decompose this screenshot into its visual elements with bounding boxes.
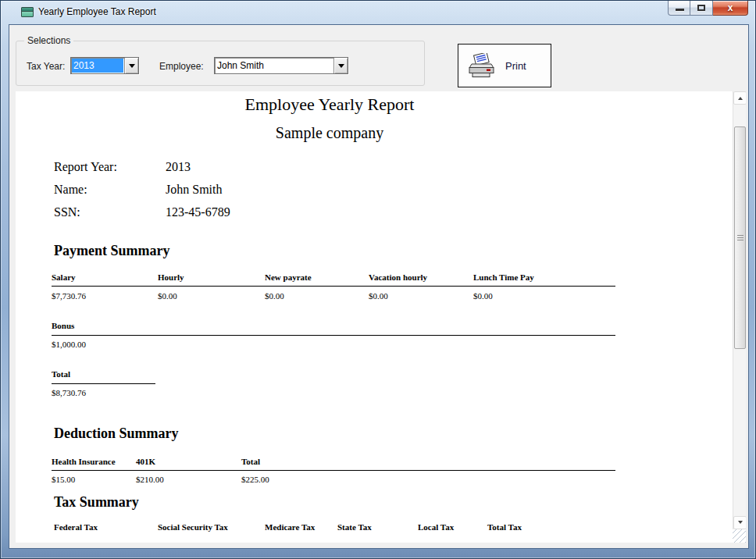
- bonus-header: Bonus: [52, 321, 74, 330]
- tax-year-combobox[interactable]: 2013: [70, 57, 139, 74]
- employee-dropdown-button[interactable]: [333, 58, 348, 73]
- table-rule: [52, 470, 615, 471]
- column-header-hourly: Hourly: [158, 272, 184, 282]
- column-header-medicare-tax: Medicare Tax: [265, 522, 315, 532]
- app-window: Yearly Employee Tax Report x Selections …: [0, 0, 756, 559]
- tax-year-dropdown-button[interactable]: [124, 58, 138, 73]
- hourly-value: $0.00: [158, 291, 177, 301]
- column-header-local-tax: Local Tax: [418, 522, 454, 532]
- report-title: Employee Yearly Report: [16, 94, 644, 115]
- employee-value: John Smith: [215, 58, 333, 73]
- maximize-icon: [697, 5, 705, 11]
- report-page: Employee Yearly Report Sample company Re…: [16, 91, 746, 543]
- report-year-value: 2013: [166, 160, 191, 174]
- total-value: $8,730.76: [52, 388, 86, 397]
- printer-icon: [468, 53, 496, 78]
- employee-label: Employee:: [159, 61, 204, 72]
- report-company: Sample company: [16, 124, 644, 142]
- vacation-hourly-value: $0.00: [369, 291, 388, 301]
- column-header-deduction-total: Total: [241, 457, 260, 466]
- column-header-federal-tax: Federal Tax: [54, 522, 98, 532]
- tax-summary-heading: Tax Summary: [54, 494, 139, 511]
- ssn-label: SSN:: [54, 205, 80, 219]
- report-year-label: Report Year:: [54, 160, 117, 174]
- chevron-down-icon: [338, 64, 344, 71]
- table-rule: [52, 286, 615, 287]
- scroll-down-icon: [738, 521, 743, 526]
- scroll-up-icon: [738, 94, 743, 100]
- employee-combobox[interactable]: John Smith: [214, 57, 348, 74]
- tax-year-value: 2013: [72, 59, 123, 73]
- deduction-summary-heading: Deduction Summary: [54, 425, 179, 442]
- column-header-new-payrate: New payrate: [265, 272, 312, 282]
- caption-buttons: x: [668, 1, 748, 16]
- name-value: John Smith: [166, 183, 222, 197]
- close-button[interactable]: x: [713, 1, 748, 16]
- total-header: Total: [52, 369, 70, 379]
- resize-grip-icon[interactable]: [733, 529, 746, 543]
- health-insurance-value: $15.00: [52, 475, 75, 484]
- selections-legend: Selections: [24, 35, 73, 46]
- window-title: Yearly Employee Tax Report: [38, 6, 156, 17]
- maximize-button[interactable]: [690, 1, 713, 16]
- title-bar[interactable]: Yearly Employee Tax Report x: [1, 1, 755, 24]
- scroll-up-button[interactable]: [733, 91, 746, 105]
- report-viewer[interactable]: Employee Yearly Report Sample company Re…: [16, 91, 746, 543]
- table-rule: [52, 383, 155, 384]
- column-header-salary: Salary: [52, 272, 76, 282]
- new-payrate-value: $0.00: [265, 291, 284, 301]
- scrollbar-thumb[interactable]: [734, 126, 746, 349]
- scroll-down-button[interactable]: [733, 516, 746, 529]
- form-icon: [21, 7, 34, 17]
- column-header-social-security-tax: Social Security Tax: [158, 522, 228, 532]
- tax-year-label: Tax Year:: [27, 61, 65, 72]
- minimize-button[interactable]: [668, 1, 690, 16]
- deduction-total-value: $225.00: [241, 475, 269, 484]
- column-header-state-tax: State Tax: [337, 522, 372, 532]
- ssn-value: 123-45-6789: [166, 205, 230, 219]
- salary-value: $7,730.76: [52, 291, 86, 301]
- table-rule: [52, 335, 615, 336]
- payment-summary-heading: Payment Summary: [54, 243, 169, 259]
- print-button-label: Print: [505, 60, 526, 72]
- print-button[interactable]: Print: [458, 44, 551, 87]
- column-header-total-tax: Total Tax: [487, 522, 522, 532]
- client-area: Selections Tax Year: 2013 Employee: John…: [9, 24, 749, 549]
- column-header-vacation-hourly: Vacation hourly: [369, 272, 427, 282]
- lunch-time-pay-value: $0.00: [473, 291, 493, 301]
- column-header-lunch-time-pay: Lunch Time Pay: [473, 272, 534, 282]
- close-icon: x: [713, 2, 747, 13]
- column-header-401k: 401K: [136, 457, 155, 466]
- name-label: Name:: [54, 183, 87, 197]
- 401k-value: $210.00: [136, 475, 164, 484]
- minimize-icon: [676, 9, 684, 11]
- chevron-down-icon: [129, 64, 135, 71]
- vertical-scrollbar[interactable]: [733, 91, 746, 529]
- column-header-health-insurance: Health Insurance: [52, 457, 116, 466]
- bonus-value: $1,000.00: [52, 340, 86, 349]
